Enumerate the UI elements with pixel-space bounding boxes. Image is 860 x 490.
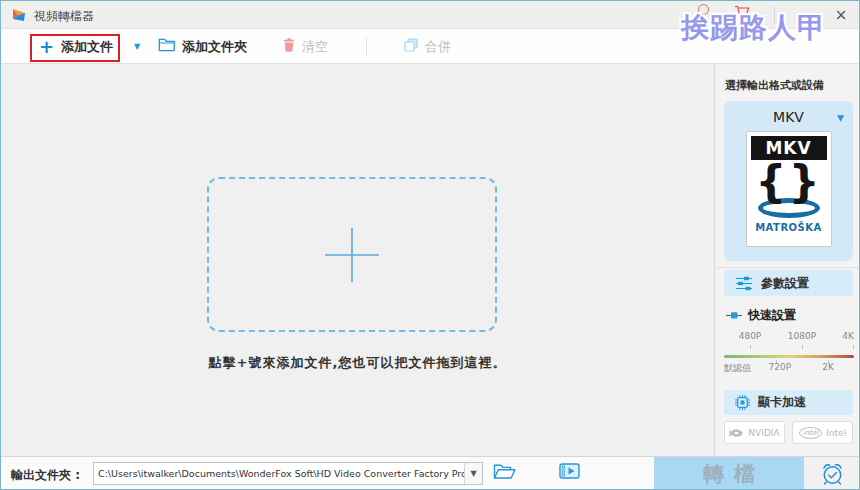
resolution-slider[interactable]: 480P 1080P 4K 默認值 720P 2K [724, 331, 854, 379]
bottom-bar: 輸出文件夾 : C:\Users\itwalker\Documents\Wond… [1, 456, 859, 490]
dropzone-hint: 點擊+號來添加文件,您也可以把文件拖到這裡。 [1, 354, 714, 372]
output-path-value: C:\Users\itwalker\Documents\WonderFox So… [94, 468, 464, 479]
close-icon[interactable]: × [831, 5, 851, 25]
merge-icon [404, 37, 418, 56]
matroska-braces: {} [755, 158, 822, 206]
format-panel-header: 選擇輸出格式或設備 [725, 78, 824, 93]
format-panel: 選擇輸出格式或設備 MKV ▼ MKV {} MATROŠKA [714, 64, 860, 456]
format-selector[interactable]: MKV ▼ MKV {} MATROŠKA [724, 101, 853, 261]
trash-icon [283, 37, 295, 56]
gpu-accel-button[interactable]: 顯卡加速 [724, 390, 853, 415]
folder-add-icon [158, 37, 175, 56]
add-file-button[interactable]: + 添加文件 [39, 29, 113, 64]
quick-settings-label: 快速設置 [726, 307, 796, 324]
intel-button[interactable]: intel Intel [792, 421, 853, 444]
add-folder-label: 添加文件夾 [182, 38, 247, 56]
quick-slider-icon [726, 311, 742, 320]
app-window: 視頻轉檔器 × 挨踢路人甲 + 添加文件 ▼ 添加文件夾 [0, 0, 860, 490]
slider-label-default: 默認值 [724, 362, 751, 375]
output-folder-label: 輸出文件夾 : [11, 467, 80, 484]
slider-label-720p: 720P [769, 362, 792, 372]
slider-track[interactable] [724, 355, 854, 358]
chip-icon [735, 395, 750, 410]
params-button[interactable]: 參數設置 [724, 270, 853, 296]
panel-divider [715, 267, 860, 268]
mkv-matroska-logo: MKV {} MATROŠKA [746, 131, 832, 247]
app-logo-icon [11, 7, 27, 23]
file-list-area: 點擊+號來添加文件,您也可以把文件拖到這裡。 [1, 64, 714, 456]
add-folder-button[interactable]: 添加文件夾 [158, 29, 247, 64]
clear-button[interactable]: 清空 [283, 29, 328, 64]
nvidia-button[interactable]: NVIDIA [724, 421, 785, 444]
add-plus-icon [321, 224, 383, 286]
add-file-label: 添加文件 [61, 38, 113, 56]
gpu-vendor-row: NVIDIA intel Intel [724, 421, 853, 444]
output-path-input[interactable]: C:\Users\itwalker\Documents\WonderFox So… [93, 462, 483, 485]
plus-icon: + [39, 38, 54, 56]
slider-label-4k: 4K [842, 331, 854, 341]
path-dropdown-arrow[interactable]: ▼ [464, 463, 482, 484]
slider-label-1080p: 1080P [788, 331, 816, 341]
gpu-label: 顯卡加速 [758, 394, 806, 411]
nvidia-label: NVIDIA [748, 428, 779, 438]
add-file-dropdown-arrow[interactable]: ▼ [134, 29, 140, 64]
convert-button[interactable]: 轉檔 [654, 457, 804, 490]
quick-label-text: 快速設置 [748, 307, 796, 324]
nvidia-icon [729, 428, 744, 438]
sliders-icon [735, 276, 753, 291]
watermark: 挨踢路人甲 [681, 9, 826, 47]
window-title: 視頻轉檔器 [34, 8, 94, 25]
dropzone[interactable] [207, 177, 497, 332]
clear-label: 清空 [302, 38, 328, 56]
selected-format-label: MKV [724, 109, 853, 125]
video-file-icon[interactable] [559, 463, 580, 483]
intel-label: Intel [826, 428, 846, 438]
merge-button[interactable]: 合併 [404, 29, 451, 64]
alarm-clock-icon[interactable] [820, 462, 845, 486]
toolbar-divider [366, 37, 367, 56]
intel-icon: intel [799, 427, 822, 439]
schedule-area [804, 457, 860, 490]
slider-label-2k: 2K [822, 362, 834, 372]
format-dropdown-arrow[interactable]: ▼ [837, 113, 844, 123]
matroska-brand: MATROŠKA [751, 222, 827, 233]
merge-label: 合併 [425, 38, 451, 56]
open-folder-icon[interactable] [493, 463, 516, 484]
slider-label-480p: 480P [739, 331, 762, 341]
params-label: 參數設置 [761, 275, 809, 292]
